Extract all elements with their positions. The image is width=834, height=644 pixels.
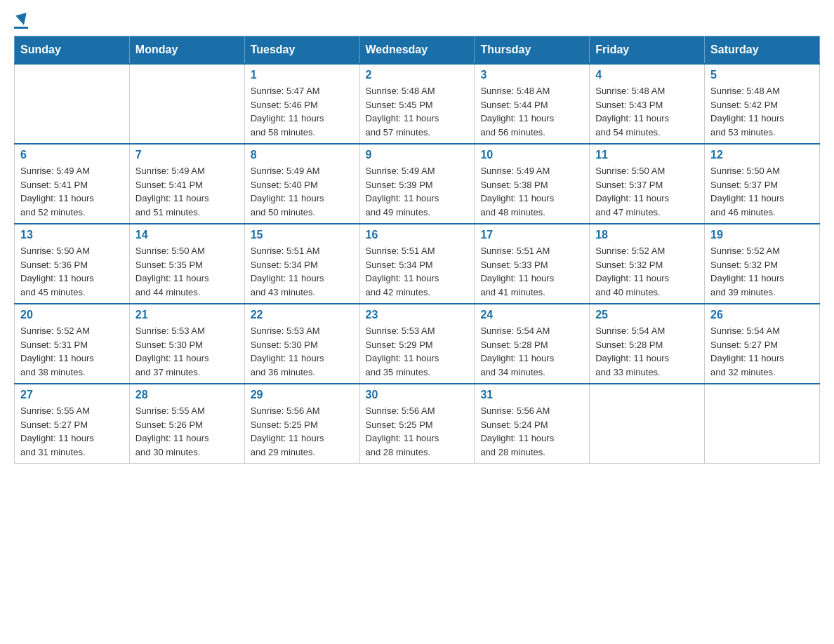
day-info: Sunrise: 5:54 AM Sunset: 5:28 PM Dayligh… bbox=[595, 324, 699, 379]
day-number: 24 bbox=[480, 309, 583, 321]
calendar-cell bbox=[590, 384, 705, 464]
day-info: Sunrise: 5:51 AM Sunset: 5:33 PM Dayligh… bbox=[480, 244, 583, 299]
day-info: Sunrise: 5:56 AM Sunset: 5:25 PM Dayligh… bbox=[366, 404, 469, 459]
day-number: 29 bbox=[251, 389, 354, 401]
calendar-cell: 31Sunrise: 5:56 AM Sunset: 5:24 PM Dayli… bbox=[475, 384, 590, 464]
day-info: Sunrise: 5:49 AM Sunset: 5:38 PM Dayligh… bbox=[480, 164, 583, 219]
calendar-week-row: 13Sunrise: 5:50 AM Sunset: 5:36 PM Dayli… bbox=[15, 224, 820, 304]
calendar-cell: 11Sunrise: 5:50 AM Sunset: 5:37 PM Dayli… bbox=[590, 144, 705, 224]
day-info: Sunrise: 5:51 AM Sunset: 5:34 PM Dayligh… bbox=[251, 244, 354, 299]
day-info: Sunrise: 5:53 AM Sunset: 5:30 PM Dayligh… bbox=[251, 324, 354, 379]
day-number: 4 bbox=[595, 69, 699, 81]
day-number: 15 bbox=[251, 229, 354, 241]
calendar-cell: 20Sunrise: 5:52 AM Sunset: 5:31 PM Dayli… bbox=[15, 304, 130, 384]
day-info: Sunrise: 5:47 AM Sunset: 5:46 PM Dayligh… bbox=[251, 84, 354, 139]
calendar-cell: 3Sunrise: 5:48 AM Sunset: 5:44 PM Daylig… bbox=[475, 64, 590, 144]
calendar-cell: 10Sunrise: 5:49 AM Sunset: 5:38 PM Dayli… bbox=[475, 144, 590, 224]
day-info: Sunrise: 5:53 AM Sunset: 5:30 PM Dayligh… bbox=[135, 324, 239, 379]
calendar-cell: 1Sunrise: 5:47 AM Sunset: 5:46 PM Daylig… bbox=[244, 64, 359, 144]
day-info: Sunrise: 5:48 AM Sunset: 5:45 PM Dayligh… bbox=[366, 84, 469, 139]
day-info: Sunrise: 5:48 AM Sunset: 5:42 PM Dayligh… bbox=[710, 84, 814, 139]
day-info: Sunrise: 5:50 AM Sunset: 5:37 PM Dayligh… bbox=[595, 164, 699, 219]
day-info: Sunrise: 5:49 AM Sunset: 5:39 PM Dayligh… bbox=[366, 164, 469, 219]
logo-triangle-icon bbox=[15, 13, 29, 27]
calendar-cell: 6Sunrise: 5:49 AM Sunset: 5:41 PM Daylig… bbox=[15, 144, 130, 224]
day-info: Sunrise: 5:54 AM Sunset: 5:28 PM Dayligh… bbox=[480, 324, 583, 379]
day-info: Sunrise: 5:55 AM Sunset: 5:27 PM Dayligh… bbox=[20, 404, 124, 459]
calendar-cell bbox=[705, 384, 820, 464]
calendar-cell: 27Sunrise: 5:55 AM Sunset: 5:27 PM Dayli… bbox=[15, 384, 130, 464]
day-number: 8 bbox=[251, 149, 354, 161]
calendar-header-saturday: Saturday bbox=[705, 36, 820, 65]
calendar-header-friday: Friday bbox=[590, 36, 705, 65]
day-info: Sunrise: 5:56 AM Sunset: 5:25 PM Dayligh… bbox=[251, 404, 354, 459]
day-info: Sunrise: 5:52 AM Sunset: 5:31 PM Dayligh… bbox=[20, 324, 124, 379]
calendar-cell: 21Sunrise: 5:53 AM Sunset: 5:30 PM Dayli… bbox=[129, 304, 244, 384]
day-number: 7 bbox=[135, 149, 239, 161]
logo-underline bbox=[14, 27, 28, 29]
day-number: 22 bbox=[251, 309, 354, 321]
calendar-cell: 30Sunrise: 5:56 AM Sunset: 5:25 PM Dayli… bbox=[359, 384, 475, 464]
day-number: 9 bbox=[366, 149, 469, 161]
day-info: Sunrise: 5:49 AM Sunset: 5:41 PM Dayligh… bbox=[135, 164, 239, 219]
day-info: Sunrise: 5:53 AM Sunset: 5:29 PM Dayligh… bbox=[366, 324, 469, 379]
day-number: 25 bbox=[595, 309, 699, 321]
calendar-header-wednesday: Wednesday bbox=[359, 36, 475, 65]
calendar-week-row: 1Sunrise: 5:47 AM Sunset: 5:46 PM Daylig… bbox=[15, 64, 820, 144]
calendar-cell: 2Sunrise: 5:48 AM Sunset: 5:45 PM Daylig… bbox=[359, 64, 475, 144]
day-number: 21 bbox=[135, 309, 239, 321]
calendar-cell: 8Sunrise: 5:49 AM Sunset: 5:40 PM Daylig… bbox=[244, 144, 359, 224]
day-info: Sunrise: 5:56 AM Sunset: 5:24 PM Dayligh… bbox=[480, 404, 583, 459]
day-number: 3 bbox=[480, 69, 583, 81]
day-info: Sunrise: 5:49 AM Sunset: 5:41 PM Dayligh… bbox=[20, 164, 124, 219]
day-number: 6 bbox=[20, 149, 124, 161]
day-info: Sunrise: 5:50 AM Sunset: 5:37 PM Dayligh… bbox=[710, 164, 814, 219]
day-number: 18 bbox=[595, 229, 699, 241]
day-info: Sunrise: 5:55 AM Sunset: 5:26 PM Dayligh… bbox=[135, 404, 239, 459]
calendar-week-row: 27Sunrise: 5:55 AM Sunset: 5:27 PM Dayli… bbox=[15, 384, 820, 464]
day-number: 26 bbox=[710, 309, 814, 321]
calendar-table: SundayMondayTuesdayWednesdayThursdayFrid… bbox=[14, 36, 820, 464]
day-number: 31 bbox=[480, 389, 583, 401]
day-number: 16 bbox=[366, 229, 469, 241]
day-info: Sunrise: 5:52 AM Sunset: 5:32 PM Dayligh… bbox=[595, 244, 699, 299]
calendar-header-tuesday: Tuesday bbox=[244, 36, 359, 65]
calendar-cell: 9Sunrise: 5:49 AM Sunset: 5:39 PM Daylig… bbox=[359, 144, 475, 224]
day-number: 2 bbox=[366, 69, 469, 81]
calendar-cell: 19Sunrise: 5:52 AM Sunset: 5:32 PM Dayli… bbox=[705, 224, 820, 304]
calendar-cell bbox=[15, 64, 130, 144]
day-number: 1 bbox=[251, 69, 354, 81]
calendar-cell: 25Sunrise: 5:54 AM Sunset: 5:28 PM Dayli… bbox=[590, 304, 705, 384]
calendar-cell: 18Sunrise: 5:52 AM Sunset: 5:32 PM Dayli… bbox=[590, 224, 705, 304]
logo bbox=[14, 14, 28, 29]
day-number: 20 bbox=[20, 309, 124, 321]
calendar-cell: 23Sunrise: 5:53 AM Sunset: 5:29 PM Dayli… bbox=[359, 304, 475, 384]
day-number: 19 bbox=[710, 229, 814, 241]
day-number: 28 bbox=[135, 389, 239, 401]
calendar-cell: 16Sunrise: 5:51 AM Sunset: 5:34 PM Dayli… bbox=[359, 224, 475, 304]
day-info: Sunrise: 5:52 AM Sunset: 5:32 PM Dayligh… bbox=[710, 244, 814, 299]
day-number: 23 bbox=[366, 309, 469, 321]
day-number: 27 bbox=[20, 389, 124, 401]
day-info: Sunrise: 5:48 AM Sunset: 5:44 PM Dayligh… bbox=[480, 84, 583, 139]
day-info: Sunrise: 5:48 AM Sunset: 5:43 PM Dayligh… bbox=[595, 84, 699, 139]
page-header bbox=[14, 14, 820, 29]
day-number: 13 bbox=[20, 229, 124, 241]
calendar-week-row: 20Sunrise: 5:52 AM Sunset: 5:31 PM Dayli… bbox=[15, 304, 820, 384]
day-number: 11 bbox=[595, 149, 699, 161]
day-number: 30 bbox=[366, 389, 469, 401]
calendar-cell: 17Sunrise: 5:51 AM Sunset: 5:33 PM Dayli… bbox=[475, 224, 590, 304]
day-info: Sunrise: 5:50 AM Sunset: 5:35 PM Dayligh… bbox=[135, 244, 239, 299]
calendar-header-monday: Monday bbox=[129, 36, 244, 65]
day-number: 5 bbox=[710, 69, 814, 81]
calendar-header-sunday: Sunday bbox=[15, 36, 130, 65]
calendar-cell bbox=[129, 64, 244, 144]
calendar-cell: 5Sunrise: 5:48 AM Sunset: 5:42 PM Daylig… bbox=[705, 64, 820, 144]
day-info: Sunrise: 5:50 AM Sunset: 5:36 PM Dayligh… bbox=[20, 244, 124, 299]
calendar-cell: 24Sunrise: 5:54 AM Sunset: 5:28 PM Dayli… bbox=[475, 304, 590, 384]
calendar-header-thursday: Thursday bbox=[475, 36, 590, 65]
day-info: Sunrise: 5:49 AM Sunset: 5:40 PM Dayligh… bbox=[251, 164, 354, 219]
calendar-cell: 26Sunrise: 5:54 AM Sunset: 5:27 PM Dayli… bbox=[705, 304, 820, 384]
day-info: Sunrise: 5:54 AM Sunset: 5:27 PM Dayligh… bbox=[710, 324, 814, 379]
day-number: 10 bbox=[480, 149, 583, 161]
